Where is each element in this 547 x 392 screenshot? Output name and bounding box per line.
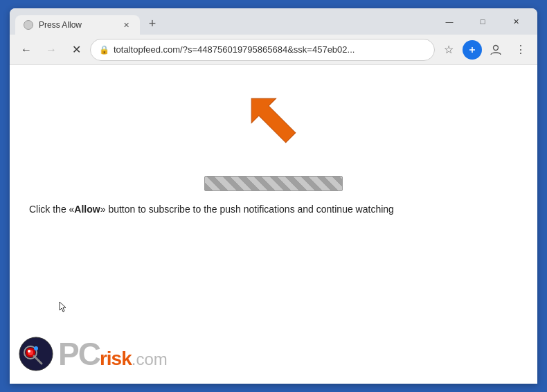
tab-area: Press Allow ✕ + bbox=[10, 8, 428, 35]
risk-text: risk bbox=[100, 348, 132, 369]
tab-favicon bbox=[24, 20, 33, 30]
address-bar[interactable]: 🔒 totaltopfeed.com/?s=448756019795865684… bbox=[90, 39, 435, 61]
svg-point-6 bbox=[28, 350, 30, 353]
pc-text: PC bbox=[58, 336, 100, 372]
message-text: Click the «Allow» button to subscribe to… bbox=[24, 202, 523, 217]
tab-title: Press Allow bbox=[39, 20, 115, 30]
new-tab-button[interactable]: + bbox=[143, 14, 162, 33]
title-bar: Press Allow ✕ + — □ ✕ bbox=[10, 8, 537, 35]
extension-icon[interactable] bbox=[463, 40, 482, 60]
menu-icon[interactable]: ⋮ bbox=[510, 39, 532, 61]
url-text: totaltopfeed.com/?s=448756019795865684&s… bbox=[114, 44, 426, 55]
maximize-button[interactable]: □ bbox=[467, 10, 499, 33]
lock-icon: 🔒 bbox=[99, 45, 109, 55]
window-controls: — □ ✕ bbox=[428, 8, 537, 35]
svg-point-1 bbox=[494, 45, 499, 50]
svg-point-9 bbox=[34, 346, 38, 350]
browser-window: Press Allow ✕ + — □ ✕ ← → ✕ 🔒 totaltopfe… bbox=[10, 8, 537, 384]
active-tab[interactable]: Press Allow ✕ bbox=[15, 15, 140, 35]
reload-button[interactable]: ✕ bbox=[65, 39, 87, 61]
page-content: Click the «Allow» button to subscribe to… bbox=[10, 65, 537, 384]
profile-icon[interactable] bbox=[485, 39, 507, 61]
back-button[interactable]: ← bbox=[15, 39, 37, 61]
arrow-indicator bbox=[232, 86, 315, 155]
progress-bar bbox=[204, 176, 343, 191]
pcrisk-icon bbox=[18, 336, 54, 372]
arrow-container bbox=[232, 86, 315, 155]
close-button[interactable]: ✕ bbox=[500, 10, 532, 33]
pcrisk-logo: PCrisk.com bbox=[18, 335, 168, 373]
svg-marker-2 bbox=[240, 87, 303, 150]
minimize-button[interactable]: — bbox=[433, 10, 465, 33]
cursor bbox=[58, 301, 69, 314]
tab-close-button[interactable]: ✕ bbox=[120, 19, 132, 30]
forward-button[interactable]: → bbox=[40, 39, 62, 61]
pcrisk-text: PCrisk.com bbox=[58, 335, 168, 373]
bookmark-icon[interactable]: ☆ bbox=[438, 39, 460, 61]
allow-bold: Allow bbox=[74, 204, 100, 215]
com-text: .com bbox=[132, 350, 168, 368]
toolbar: ← → ✕ 🔒 totaltopfeed.com/?s=448756019795… bbox=[10, 35, 537, 65]
